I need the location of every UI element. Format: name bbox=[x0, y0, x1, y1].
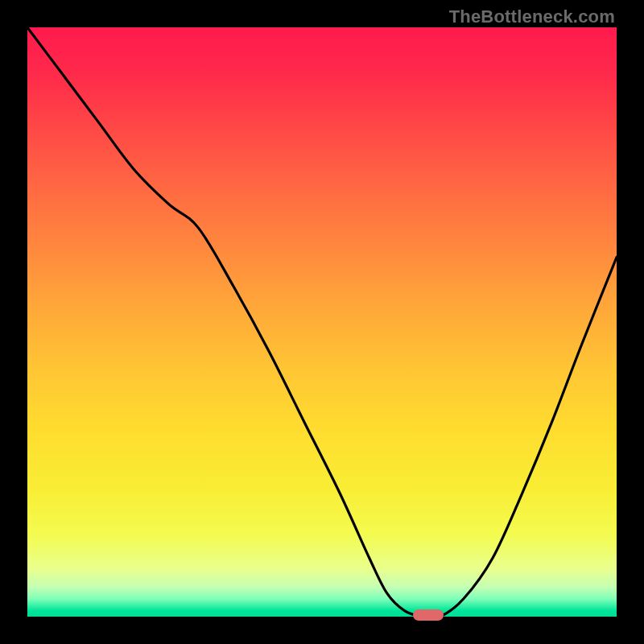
watermark-text: TheBottleneck.com bbox=[449, 6, 615, 27]
bottleneck-curve bbox=[27, 27, 617, 617]
optimum-marker bbox=[413, 609, 444, 621]
